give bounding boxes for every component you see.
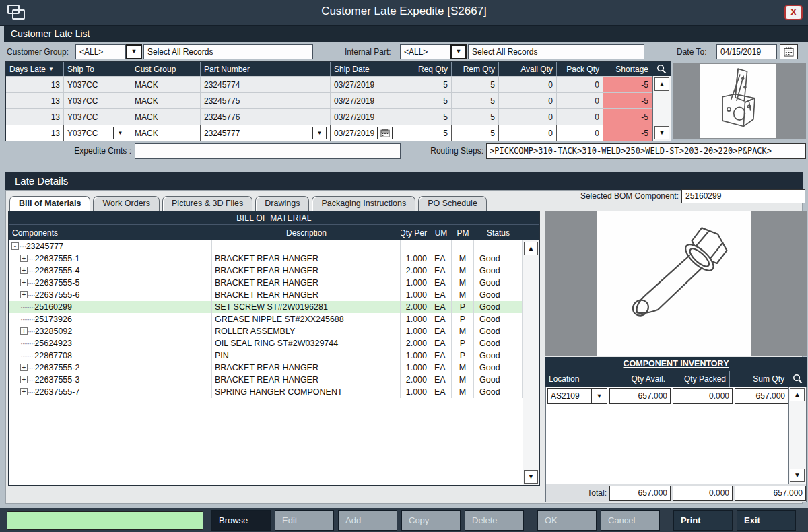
tree-expand-icon[interactable]: + (20, 388, 28, 395)
grid-col-shortage[interactable]: Shortage (603, 62, 652, 76)
bom-col-qty-per[interactable]: Qty Per (401, 225, 430, 240)
dropdown-arrow-icon[interactable]: ▼ (591, 388, 607, 404)
bom-tree-row[interactable]: +····22637555-2BRACKET REAR HANGER1.000E… (9, 362, 523, 374)
grid-col-cust-group[interactable]: Cust Group (131, 62, 201, 76)
scroll-down-icon[interactable]: ▼ (524, 470, 538, 484)
tree-expand-icon[interactable]: + (20, 255, 28, 262)
footer-button-copy[interactable]: Copy (401, 510, 461, 531)
tree-expand-icon[interactable]: + (20, 267, 28, 274)
customer-group-desc-field[interactable]: Select All Records (143, 44, 313, 59)
grid-col-ship-date[interactable]: Ship Date (331, 62, 401, 76)
bom-tree-row[interactable]: +····22637555-4BRACKET REAR HANGER2.000E… (9, 265, 523, 277)
grid-col-part-number[interactable]: Part Number (201, 62, 331, 76)
tree-expand-icon[interactable]: + (20, 279, 28, 286)
scroll-up-icon[interactable]: ▲ (654, 77, 669, 91)
bom-col-um[interactable]: UM (430, 225, 452, 240)
tab-pictures-3d-files[interactable]: Pictures & 3D Files (162, 196, 252, 211)
footer-button-browse[interactable]: Browse (211, 510, 271, 531)
bom-um: EA (430, 253, 452, 265)
grid-col-req-qty[interactable]: Req Qty (401, 62, 452, 76)
inventory-qty-packed[interactable]: 0.000 (673, 388, 733, 404)
grid-col-ship-to[interactable]: Ship To (64, 62, 131, 76)
tree-expand-icon[interactable]: + (20, 291, 28, 298)
bom-tree-row[interactable]: +····23285092ROLLER ASSEMBLY1.000EAMGood (9, 325, 523, 337)
inv-col-sum-qty[interactable]: Sum Qty (730, 371, 788, 387)
bom-pm: P (452, 301, 474, 313)
inv-col-qty-avail[interactable]: Qty Avail. (609, 371, 669, 387)
tab-work-orders[interactable]: Work Orders (93, 196, 160, 211)
internal-part-select[interactable]: <ALL> (400, 44, 450, 59)
bom-col-components[interactable]: Components (9, 225, 212, 240)
customer-group-select[interactable]: <ALL> (75, 44, 126, 59)
bom-tree-row[interactable]: +····22637555-7SPRING HANGER COMPONENT1.… (9, 386, 523, 398)
bom-tree-row[interactable]: ········25160299SET SCREW ST#2W01962812.… (9, 301, 523, 313)
tab-bill-of-materials[interactable]: Bill of Materials (9, 196, 90, 211)
scroll-down-icon[interactable]: ▼ (790, 469, 805, 482)
grid-col-pack-qty[interactable]: Pack Qty (557, 62, 603, 76)
calendar-icon[interactable] (780, 44, 798, 59)
bom-component-id: 22637555-2 (35, 363, 80, 372)
grid-col-rem-qty[interactable]: Rem Qty (452, 62, 499, 76)
late-list-scrollbar[interactable]: ▲ ▼ (652, 76, 671, 141)
tree-collapse-icon[interactable]: - (11, 242, 19, 250)
bom-status: Good (474, 374, 523, 386)
bom-tree-row[interactable]: +····22637555-5BRACKET REAR HANGER1.000E… (9, 277, 523, 289)
bom-col-pm[interactable]: PM (452, 225, 474, 240)
footer-button-print[interactable]: Print (673, 510, 733, 531)
bom-qty-per: 1.000 (401, 325, 430, 337)
dropdown-arrow-icon[interactable]: ▼ (113, 127, 127, 139)
footer-button-exit[interactable]: Exit (737, 510, 796, 531)
late-list-row[interactable]: 13Y037CC▼MACK23245777▼03/27/20195500-5 (6, 125, 671, 141)
internal-part-dropdown-icon[interactable]: ▼ (450, 44, 467, 59)
bom-tree-row[interactable]: +····22637555-3BRACKET REAR HANGER2.000E… (9, 374, 523, 386)
internal-part-desc-field[interactable]: Select All Records (468, 44, 644, 59)
routing-steps-field[interactable]: >PICKCOMP>310-TACK>310-WELD>250>WELD-ST>… (486, 143, 806, 159)
footer-button-add[interactable]: Add (338, 510, 397, 531)
tab-po-schedule[interactable]: PO Schedule (418, 196, 487, 211)
dropdown-arrow-icon[interactable]: ▼ (312, 127, 327, 139)
tab-packaging-instructions[interactable]: Packaging Instructions (312, 196, 415, 211)
bom-qty-per: 1.000 (401, 277, 430, 289)
date-to-field[interactable]: 04/15/2019 (716, 44, 777, 59)
close-icon[interactable]: X (784, 5, 803, 20)
bom-col-status[interactable]: Status (474, 225, 523, 240)
scroll-up-icon[interactable]: ▲ (524, 242, 538, 255)
inventory-location-field[interactable]: AS2109 (547, 388, 591, 404)
tab-drawings[interactable]: Drawings (255, 196, 309, 211)
tree-expand-icon[interactable]: + (20, 364, 28, 371)
footer-button-edit[interactable]: Edit (275, 510, 334, 531)
grid-col-avail-qty[interactable]: Avail Qty (499, 62, 557, 76)
inventory-scrollbar[interactable]: ▲ ▼ (788, 387, 806, 484)
bom-tree-row[interactable]: +····22637555-6BRACKET REAR HANGER1.000E… (9, 289, 523, 301)
bom-col-description[interactable]: Description (212, 225, 401, 240)
scroll-up-icon[interactable]: ▲ (790, 388, 805, 401)
footer-button-ok[interactable]: OK (537, 510, 597, 531)
bom-tree-row[interactable]: -····23245777 (9, 240, 523, 253)
bom-status: Good (474, 362, 523, 374)
bom-tree-row[interactable]: ········25173926GREASE NIPPLE ST#2XX2456… (9, 313, 523, 325)
footer-button-delete[interactable]: Delete (465, 510, 524, 531)
calendar-icon[interactable] (377, 127, 393, 139)
inv-col-qty-packed[interactable]: Qty Packed (669, 371, 730, 387)
bom-scrollbar[interactable]: ▲ ▼ (523, 240, 539, 485)
bom-tree-row[interactable]: ········25624923OIL SEAL RING ST#2W03297… (9, 337, 523, 350)
late-list-row[interactable]: 13Y037CCMACK2324577403/27/20195500-5 (6, 76, 671, 92)
grid-col-days-late[interactable]: Days Late▼ (6, 62, 64, 76)
bom-tree-row[interactable]: ········22867708PIN1.000EAPGood (9, 350, 523, 362)
inv-col-location[interactable]: Location (545, 371, 609, 387)
bom-um: EA (430, 277, 452, 289)
bom-tree-row[interactable]: +····22637555-1BRACKET REAR HANGER1.000E… (9, 253, 523, 265)
late-list-row[interactable]: 13Y037CCMACK2324577603/27/20195500-5 (6, 108, 671, 125)
scroll-down-icon[interactable]: ▼ (654, 126, 669, 139)
expedite-comments-field[interactable] (135, 143, 401, 159)
inventory-sum-qty[interactable]: 657.000 (735, 388, 788, 404)
inventory-qty-avail[interactable]: 657.000 (609, 388, 671, 404)
footer-button-cancel[interactable]: Cancel (601, 510, 660, 531)
grid-search-icon[interactable] (652, 62, 671, 76)
selected-bom-component-field[interactable]: 25160299 (681, 189, 805, 203)
customer-group-dropdown-icon[interactable]: ▼ (126, 44, 142, 59)
tree-expand-icon[interactable]: + (20, 376, 28, 383)
tree-expand-icon[interactable]: + (20, 327, 28, 335)
late-list-row[interactable]: 13Y037CCMACK2324577503/27/20195500-5 (6, 92, 671, 108)
inventory-search-icon[interactable] (788, 371, 807, 387)
